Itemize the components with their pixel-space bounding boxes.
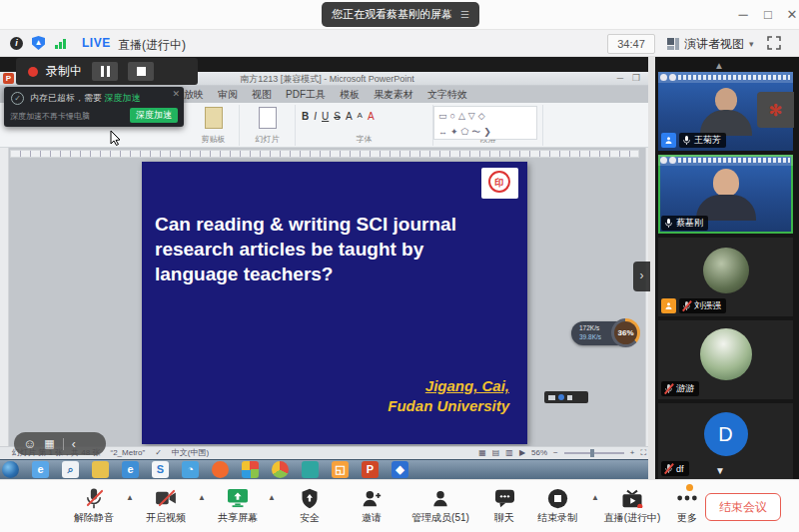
taskbar-icons: e ⌕ e S ◔ ◱ P ◆ xyxy=(2,460,408,478)
scroll-up-icon[interactable]: ▲ xyxy=(714,60,724,71)
mic-on-icon xyxy=(682,135,691,146)
tab-templates[interactable]: 模板 xyxy=(340,88,360,102)
manage-members-button[interactable]: 管理成员(51) xyxy=(403,487,477,525)
floating-input-pill[interactable]: ☺ ▦ ‹ xyxy=(14,432,106,455)
maximize-button[interactable]: □ xyxy=(757,4,779,26)
network-signal-icon xyxy=(55,39,69,49)
zoom-in-icon[interactable]: + xyxy=(630,447,635,459)
tab-text-effects[interactable]: 文字特效 xyxy=(427,88,467,102)
powerpoint-taskbar-icon[interactable]: P xyxy=(362,461,379,478)
zoom-out-icon[interactable]: − xyxy=(553,447,558,459)
tab-pdf-tools[interactable]: PDF工具 xyxy=(286,88,326,102)
chevron-down-icon: ▾ xyxy=(749,39,754,49)
spellcheck-icon[interactable]: ✓ xyxy=(155,447,162,459)
chrome-icon[interactable] xyxy=(272,461,289,478)
unmute-button[interactable]: 解除静音 xyxy=(62,487,126,525)
participant-tile[interactable]: 刘强强 xyxy=(658,238,793,316)
shapes-gallery[interactable]: ▭○△▽◇↔✦⬠〜❯ xyxy=(433,106,537,140)
cleaner-shield-icon: ✓ xyxy=(11,92,24,105)
presentation-slide: 印 Can reading & writing SCI journal rese… xyxy=(142,162,527,444)
share-options-caret[interactable]: ▲ xyxy=(268,493,276,502)
mic-muted-icon xyxy=(664,463,673,474)
audio-options-caret[interactable]: ▲ xyxy=(126,493,134,502)
slideshow-view-icon[interactable]: ▶ xyxy=(519,447,525,459)
ie-browser-2-icon[interactable]: e xyxy=(122,461,139,478)
close-button[interactable]: ✕ xyxy=(781,4,799,26)
zoom-slider[interactable] xyxy=(564,452,624,454)
deep-boost-button[interactable]: 深度加速 xyxy=(130,108,178,123)
stop-recording-toolbar-button[interactable]: 结束录制 xyxy=(525,487,589,525)
info-icon[interactable]: i xyxy=(10,37,23,50)
memory-cleaner-popup: ✓ 内存已超标，需要 深度加速 深度加速不再卡慢电脑 深度加速 ✕ xyxy=(4,87,184,127)
photos-icon[interactable] xyxy=(302,461,319,478)
chat-button[interactable]: 聊天 xyxy=(481,487,527,525)
participant-tile[interactable]: D df xyxy=(658,403,793,479)
windows-start-button[interactable] xyxy=(2,461,19,478)
participant-avatar xyxy=(703,248,749,293)
left-scrollbar[interactable] xyxy=(0,148,9,446)
font-buttons[interactable]: BIUSAAA xyxy=(296,105,432,122)
chevron-left-icon[interactable]: ‹ xyxy=(72,437,76,451)
reading-view-icon[interactable]: ▥ xyxy=(505,447,513,459)
recording-bar: 录制中 xyxy=(16,58,198,85)
popup-close-icon[interactable]: ✕ xyxy=(172,89,180,99)
slides-group[interactable]: 幻灯片 xyxy=(240,105,296,146)
view-mode-selector[interactable]: 演讲者视图 ▾ xyxy=(667,34,754,54)
tab-assets[interactable]: 果麦素材 xyxy=(374,88,413,102)
floating-overlay-panel[interactable]: ✻ xyxy=(757,92,794,128)
hamburger-icon[interactable]: ☰ xyxy=(460,9,469,20)
raise-hand-badge-icon xyxy=(661,133,676,148)
video-options-caret[interactable]: ▲ xyxy=(198,493,206,502)
360-browser-icon[interactable] xyxy=(212,461,229,478)
recording-label: 录制中 xyxy=(46,63,82,80)
tab-review[interactable]: 审阅 xyxy=(218,88,238,102)
participant-tile[interactable]: 游游 xyxy=(658,320,793,399)
font-group[interactable]: BIUSAAA 字体 xyxy=(296,105,433,146)
language-indicator[interactable]: 中文(中国) xyxy=(172,447,209,459)
paste-icon[interactable] xyxy=(205,107,223,129)
participant-tile[interactable]: 蔡基刚 xyxy=(658,155,793,234)
new-slide-icon[interactable] xyxy=(259,107,277,129)
watching-banner[interactable]: 您正在观看蔡基刚的屏幕 ☰ xyxy=(322,2,479,27)
participant-video-figure xyxy=(696,169,756,221)
stop-recording-button[interactable] xyxy=(128,62,154,81)
end-meeting-button[interactable]: 结束会议 xyxy=(705,493,781,521)
minimize-button[interactable]: ─ xyxy=(732,4,754,26)
more-button[interactable]: 更多 xyxy=(667,487,707,525)
search-icon[interactable]: ⌕ xyxy=(62,461,79,478)
folder-icon[interactable] xyxy=(92,461,109,478)
fit-to-window-icon[interactable]: ⛶ xyxy=(640,447,646,459)
seal-logo-icon: 印 xyxy=(481,168,518,199)
blue-app-icon[interactable]: ◆ xyxy=(392,461,408,478)
invite-button[interactable]: 邀请 xyxy=(340,487,403,525)
participant-name: 游游 xyxy=(676,382,694,395)
mic-muted-icon xyxy=(664,383,673,394)
zoom-level: 56% xyxy=(531,447,547,459)
ppt-restore-button[interactable]: ❐ xyxy=(629,72,643,85)
wechat-icon[interactable]: ◱ xyxy=(332,461,349,478)
network-monitor-widget[interactable]: 172K/s 39.8K/s 36% xyxy=(571,321,637,345)
qq-browser-icon[interactable]: ◔ xyxy=(182,461,199,478)
start-video-button[interactable]: 开启视频 xyxy=(134,487,198,525)
floating-mini-toolbar[interactable] xyxy=(544,391,588,403)
tiles-app-icon[interactable] xyxy=(242,461,259,478)
ppt-minimize-button[interactable]: ─ xyxy=(613,72,627,85)
face-icon[interactable]: ☺ xyxy=(23,436,36,451)
pause-recording-button[interactable] xyxy=(92,62,118,81)
normal-view-icon[interactable]: ▦ xyxy=(478,447,486,459)
sidebar-collapse-button[interactable]: › xyxy=(633,262,650,291)
live-stream-button[interactable]: 直播(进行中) xyxy=(595,487,669,525)
mouse-cursor xyxy=(110,130,122,150)
tab-view[interactable]: 视图 xyxy=(252,88,272,102)
sogou-icon[interactable]: S xyxy=(152,461,169,478)
fullscreen-button[interactable] xyxy=(767,36,781,50)
live-label: LIVE xyxy=(82,36,111,50)
keyboard-icon[interactable]: ▦ xyxy=(44,437,54,450)
clipboard-group[interactable]: 剪贴板 xyxy=(188,105,240,146)
ie-browser-icon[interactable]: e xyxy=(32,461,49,478)
scroll-down-icon[interactable]: ▼ xyxy=(715,465,725,476)
security-button[interactable]: 安全 xyxy=(278,487,342,525)
sorter-view-icon[interactable]: ▤ xyxy=(492,447,500,459)
share-screen-button[interactable]: 共享屏幕 xyxy=(206,487,270,525)
video-backdrop-banner xyxy=(658,72,793,83)
